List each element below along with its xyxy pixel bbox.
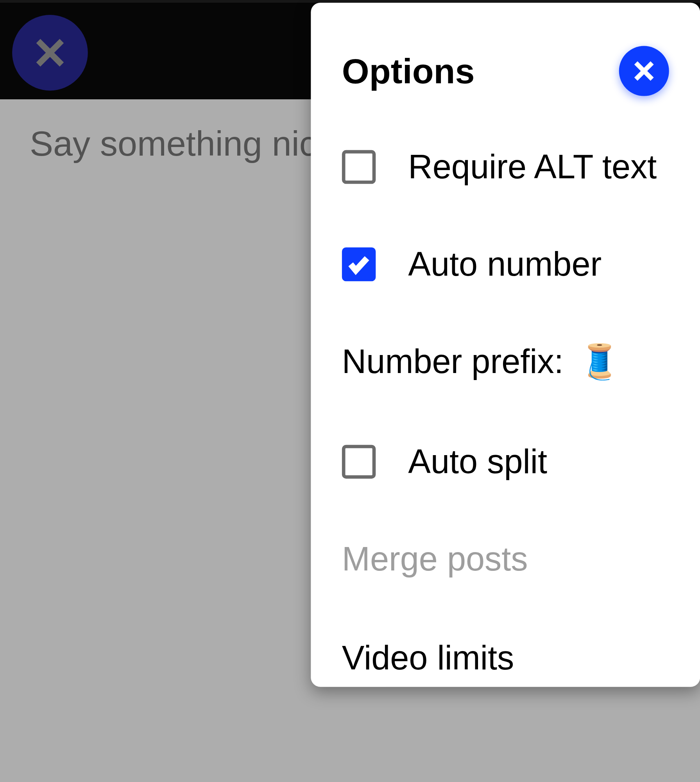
label-auto-number: Auto number xyxy=(408,245,602,284)
close-icon xyxy=(632,59,656,83)
option-auto-split[interactable]: Auto split xyxy=(342,442,669,481)
option-require-alt[interactable]: Require ALT text xyxy=(342,147,669,187)
prefix-label: Number prefix: xyxy=(342,343,564,381)
checkbox-require-alt[interactable] xyxy=(342,150,376,184)
options-panel: Options Require ALT text Auto number Num… xyxy=(311,3,700,687)
checkbox-auto-number[interactable] xyxy=(342,248,376,281)
label-auto-split: Auto split xyxy=(408,442,547,481)
option-auto-number[interactable]: Auto number xyxy=(342,245,669,284)
panel-title: Options xyxy=(342,51,475,91)
option-merge-posts: Merge posts xyxy=(342,540,669,579)
check-icon xyxy=(347,252,371,276)
thread-emoji-icon: 🧵 xyxy=(578,343,620,381)
option-number-prefix[interactable]: Number prefix: 🧵 xyxy=(342,342,669,381)
close-panel-button[interactable] xyxy=(619,46,669,96)
option-video-limits[interactable]: Video limits xyxy=(342,638,669,677)
checkbox-auto-split[interactable] xyxy=(342,445,376,479)
label-require-alt: Require ALT text xyxy=(408,147,657,187)
